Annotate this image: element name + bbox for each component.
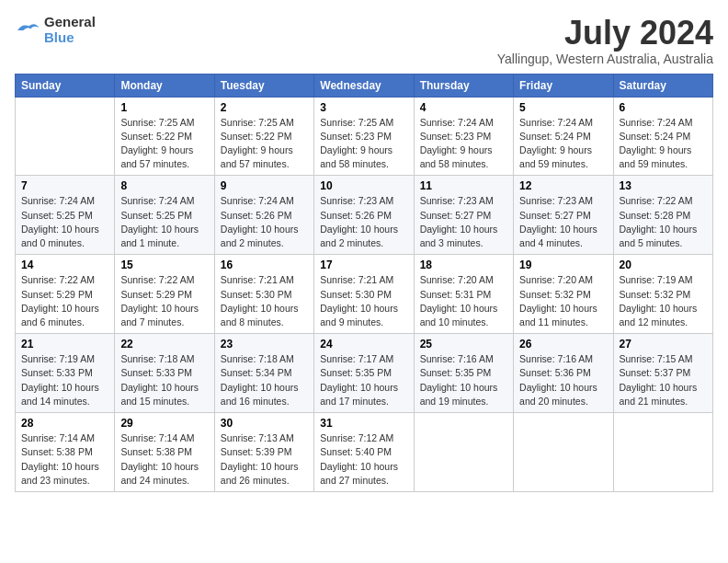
calendar-cell: 1Sunrise: 7:25 AM Sunset: 5:22 PM Daylig… xyxy=(115,97,214,176)
calendar-cell: 3Sunrise: 7:25 AM Sunset: 5:23 PM Daylig… xyxy=(314,97,414,176)
column-header-sunday: Sunday xyxy=(16,74,115,97)
day-number: 12 xyxy=(519,179,607,192)
day-info: Sunrise: 7:23 AM Sunset: 5:26 PM Dayligh… xyxy=(320,194,407,250)
day-number: 11 xyxy=(420,179,507,192)
calendar-cell: 25Sunrise: 7:16 AM Sunset: 5:35 PM Dayli… xyxy=(414,334,513,413)
calendar-cell: 26Sunrise: 7:16 AM Sunset: 5:36 PM Dayli… xyxy=(514,334,613,413)
day-info: Sunrise: 7:12 AM Sunset: 5:40 PM Dayligh… xyxy=(320,431,407,488)
calendar-table: SundayMondayTuesdayWednesdayThursdayFrid… xyxy=(15,74,713,492)
day-info: Sunrise: 7:24 AM Sunset: 5:25 PM Dayligh… xyxy=(120,194,208,250)
month-year-title: July 2024 xyxy=(497,15,713,52)
day-number: 21 xyxy=(21,338,108,350)
day-info: Sunrise: 7:25 AM Sunset: 5:22 PM Dayligh… xyxy=(221,116,308,172)
day-info: Sunrise: 7:22 AM Sunset: 5:29 PM Dayligh… xyxy=(21,273,108,329)
calendar-cell: 14Sunrise: 7:22 AM Sunset: 5:29 PM Dayli… xyxy=(16,255,115,334)
day-info: Sunrise: 7:16 AM Sunset: 5:35 PM Dayligh… xyxy=(420,352,507,408)
day-info: Sunrise: 7:20 AM Sunset: 5:32 PM Dayligh… xyxy=(519,273,607,329)
day-info: Sunrise: 7:14 AM Sunset: 5:38 PM Dayligh… xyxy=(21,431,108,488)
column-header-thursday: Thursday xyxy=(414,74,513,97)
day-number: 1 xyxy=(120,101,208,114)
day-info: Sunrise: 7:23 AM Sunset: 5:27 PM Dayligh… xyxy=(420,194,507,250)
day-info: Sunrise: 7:24 AM Sunset: 5:24 PM Dayligh… xyxy=(620,116,707,172)
page-header: General Blue July 2024 Yallingup, Wester… xyxy=(15,15,713,66)
day-info: Sunrise: 7:24 AM Sunset: 5:25 PM Dayligh… xyxy=(21,194,108,250)
day-info: Sunrise: 7:19 AM Sunset: 5:33 PM Dayligh… xyxy=(21,352,108,408)
column-header-wednesday: Wednesday xyxy=(314,74,414,97)
header-row: SundayMondayTuesdayWednesdayThursdayFrid… xyxy=(16,74,713,97)
logo-line2: Blue xyxy=(44,30,96,46)
calendar-cell: 20Sunrise: 7:19 AM Sunset: 5:32 PM Dayli… xyxy=(613,255,712,334)
day-info: Sunrise: 7:23 AM Sunset: 5:27 PM Dayligh… xyxy=(519,194,607,250)
day-number: 8 xyxy=(120,179,208,192)
day-number: 4 xyxy=(420,101,507,114)
day-info: Sunrise: 7:24 AM Sunset: 5:23 PM Dayligh… xyxy=(420,116,507,172)
calendar-cell: 23Sunrise: 7:18 AM Sunset: 5:34 PM Dayli… xyxy=(214,334,313,413)
title-area: July 2024 Yallingup, Western Australia, … xyxy=(497,15,713,66)
day-number: 31 xyxy=(320,417,407,430)
calendar-cell xyxy=(613,413,712,492)
week-row-1: 1Sunrise: 7:25 AM Sunset: 5:22 PM Daylig… xyxy=(16,97,713,176)
logo: General Blue xyxy=(15,15,96,45)
location-subtitle: Yallingup, Western Australia, Australia xyxy=(497,52,713,66)
calendar-cell: 24Sunrise: 7:17 AM Sunset: 5:35 PM Dayli… xyxy=(314,334,414,413)
week-row-3: 14Sunrise: 7:22 AM Sunset: 5:29 PM Dayli… xyxy=(16,255,713,334)
day-number: 26 xyxy=(519,338,607,350)
day-number: 24 xyxy=(320,338,407,350)
day-info: Sunrise: 7:15 AM Sunset: 5:37 PM Dayligh… xyxy=(620,352,707,408)
day-info: Sunrise: 7:22 AM Sunset: 5:29 PM Dayligh… xyxy=(120,273,208,329)
calendar-cell: 15Sunrise: 7:22 AM Sunset: 5:29 PM Dayli… xyxy=(115,255,214,334)
day-number: 7 xyxy=(21,179,108,192)
day-info: Sunrise: 7:18 AM Sunset: 5:34 PM Dayligh… xyxy=(221,352,308,408)
day-number: 18 xyxy=(420,259,507,271)
calendar-cell: 22Sunrise: 7:18 AM Sunset: 5:33 PM Dayli… xyxy=(115,334,214,413)
day-number: 27 xyxy=(620,338,707,350)
day-info: Sunrise: 7:19 AM Sunset: 5:32 PM Dayligh… xyxy=(620,273,707,329)
day-info: Sunrise: 7:25 AM Sunset: 5:23 PM Dayligh… xyxy=(320,116,407,172)
column-header-saturday: Saturday xyxy=(613,74,712,97)
logo-line1: General xyxy=(44,15,96,30)
week-row-5: 28Sunrise: 7:14 AM Sunset: 5:38 PM Dayli… xyxy=(16,413,713,492)
day-number: 16 xyxy=(221,259,308,271)
calendar-cell: 27Sunrise: 7:15 AM Sunset: 5:37 PM Dayli… xyxy=(613,334,712,413)
day-number: 17 xyxy=(320,259,407,271)
day-number: 3 xyxy=(320,101,407,114)
calendar-cell: 29Sunrise: 7:14 AM Sunset: 5:38 PM Dayli… xyxy=(115,413,214,492)
day-number: 13 xyxy=(620,179,707,192)
calendar-cell: 28Sunrise: 7:14 AM Sunset: 5:38 PM Dayli… xyxy=(16,413,115,492)
day-number: 25 xyxy=(420,338,507,350)
day-info: Sunrise: 7:22 AM Sunset: 5:28 PM Dayligh… xyxy=(620,194,707,250)
calendar-cell: 5Sunrise: 7:24 AM Sunset: 5:24 PM Daylig… xyxy=(514,97,613,176)
day-number: 10 xyxy=(320,179,407,192)
calendar-cell: 16Sunrise: 7:21 AM Sunset: 5:30 PM Dayli… xyxy=(214,255,313,334)
day-number: 19 xyxy=(519,259,607,271)
day-info: Sunrise: 7:25 AM Sunset: 5:22 PM Dayligh… xyxy=(120,116,208,172)
day-info: Sunrise: 7:17 AM Sunset: 5:35 PM Dayligh… xyxy=(320,352,407,408)
day-number: 30 xyxy=(221,417,308,430)
calendar-cell: 13Sunrise: 7:22 AM Sunset: 5:28 PM Dayli… xyxy=(613,176,712,255)
day-info: Sunrise: 7:24 AM Sunset: 5:26 PM Dayligh… xyxy=(221,194,308,250)
day-number: 14 xyxy=(21,259,108,271)
calendar-cell: 30Sunrise: 7:13 AM Sunset: 5:39 PM Dayli… xyxy=(214,413,313,492)
calendar-cell: 11Sunrise: 7:23 AM Sunset: 5:27 PM Dayli… xyxy=(414,176,513,255)
calendar-cell xyxy=(16,97,115,176)
calendar-cell: 21Sunrise: 7:19 AM Sunset: 5:33 PM Dayli… xyxy=(16,334,115,413)
day-number: 15 xyxy=(120,259,208,271)
calendar-header: SundayMondayTuesdayWednesdayThursdayFrid… xyxy=(16,74,713,97)
day-number: 2 xyxy=(221,101,308,114)
calendar-cell: 7Sunrise: 7:24 AM Sunset: 5:25 PM Daylig… xyxy=(16,176,115,255)
calendar-cell: 31Sunrise: 7:12 AM Sunset: 5:40 PM Dayli… xyxy=(314,413,414,492)
day-info: Sunrise: 7:14 AM Sunset: 5:38 PM Dayligh… xyxy=(120,431,208,488)
calendar-cell xyxy=(514,413,613,492)
calendar-cell: 2Sunrise: 7:25 AM Sunset: 5:22 PM Daylig… xyxy=(214,97,313,176)
day-number: 23 xyxy=(221,338,308,350)
day-info: Sunrise: 7:13 AM Sunset: 5:39 PM Dayligh… xyxy=(221,431,308,488)
day-number: 29 xyxy=(120,417,208,430)
day-number: 20 xyxy=(620,259,707,271)
week-row-2: 7Sunrise: 7:24 AM Sunset: 5:25 PM Daylig… xyxy=(16,176,713,255)
day-info: Sunrise: 7:24 AM Sunset: 5:24 PM Dayligh… xyxy=(519,116,607,172)
calendar-cell: 17Sunrise: 7:21 AM Sunset: 5:30 PM Dayli… xyxy=(314,255,414,334)
day-number: 22 xyxy=(120,338,208,350)
column-header-tuesday: Tuesday xyxy=(214,74,313,97)
calendar-cell: 6Sunrise: 7:24 AM Sunset: 5:24 PM Daylig… xyxy=(613,97,712,176)
calendar-cell: 18Sunrise: 7:20 AM Sunset: 5:31 PM Dayli… xyxy=(414,255,513,334)
